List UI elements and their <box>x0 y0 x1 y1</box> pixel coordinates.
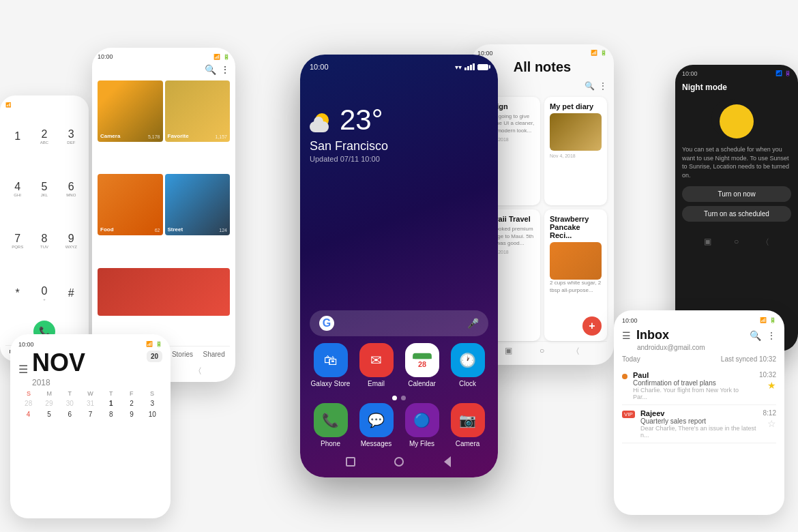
add-note-button[interactable]: + <box>582 316 602 336</box>
dial-key-7[interactable]: 7PQRS <box>5 216 29 266</box>
gallery-cell-food[interactable]: Food 62 <box>98 174 163 235</box>
nm-battery: 🔋 <box>784 70 791 77</box>
dial-key-*[interactable]: * <box>5 269 29 319</box>
dial-key-0[interactable]: 0+ <box>32 269 56 319</box>
note-strawberry-title: Strawberry Pancake Reci... <box>550 215 602 239</box>
search-bar-container: G 🎤 <box>310 310 488 336</box>
tab-shared[interactable]: Shared <box>203 351 225 359</box>
cal-day-28[interactable]: 28 <box>18 398 38 409</box>
center-phone: 10:00 ▾▾ 23° San Francisco Updated 07/11… <box>300 55 498 477</box>
nightmode-phone: 10:00 📶 🔋 Night mode You can set a sched… <box>675 65 798 351</box>
more-icon[interactable]: ⋮ <box>220 64 230 75</box>
google-search-bar[interactable]: G 🎤 <box>310 310 488 336</box>
cal-day-31[interactable]: 31 <box>80 398 100 409</box>
nm-nav-bar: ▣ ○ 〈 <box>682 233 791 250</box>
cal-header: ☰ NOV 2018 20 <box>18 351 162 387</box>
day-header-s1: S <box>18 390 39 397</box>
note-pet-diary[interactable]: My pet diary Nov 4, 2018 <box>544 97 607 205</box>
app-label-3: Clock <box>459 380 476 387</box>
notes-nav-home[interactable]: ○ <box>540 346 544 357</box>
dial-key-4[interactable]: 4GHI <box>5 164 29 214</box>
dot-2 <box>401 396 406 400</box>
note-strawberry[interactable]: Strawberry Pancake Reci... 2 cups white … <box>544 209 607 341</box>
gallery-cell-favorite[interactable]: Favorite 1,157 <box>165 80 231 142</box>
cal-day-5[interactable]: 5 <box>39 409 59 419</box>
email-more-icon[interactable]: ⋮ <box>767 330 776 341</box>
cal-day-8[interactable]: 8 <box>101 409 121 419</box>
app-icon-email[interactable]: ✉Email <box>355 343 397 387</box>
email-signal: 📶 <box>760 317 767 324</box>
email-time-paul: 10:32 <box>759 371 776 379</box>
cal-day-4[interactable]: 4 <box>18 409 38 419</box>
cal-day-30[interactable]: 30 <box>60 398 80 409</box>
app2-icon-0[interactable]: 📞Phone <box>310 403 351 447</box>
gallery-cell-people1[interactable] <box>98 268 230 316</box>
gallery-status-bar: 10:00 📶 🔋 <box>98 53 230 60</box>
app-circle-0: 🛍 <box>314 343 348 377</box>
gallery-battery: 🔋 <box>223 54 230 60</box>
email-content-rajeev: Rajeev Quarterly sales report Dear Charl… <box>640 409 758 439</box>
notes-nav-back[interactable]: 〈 <box>572 346 580 357</box>
app2-label-0: Phone <box>321 440 340 447</box>
app-icon-calendar[interactable]: 28 Calendar <box>401 343 443 387</box>
cal-day-9[interactable]: 9 <box>121 409 141 419</box>
app2-icon-1[interactable]: 💬Messages <box>355 403 397 447</box>
cal-day-2[interactable]: 2 <box>121 398 141 409</box>
app-icon-galaxy-store[interactable]: 🛍Galaxy Store <box>310 343 351 387</box>
email-time: 10:00 <box>622 317 638 324</box>
notes-more-icon[interactable]: ⋮ <box>599 81 607 91</box>
notes-signal: 📶 <box>591 50 597 57</box>
dial-key-9[interactable]: 9WXYZ <box>59 216 83 266</box>
email-from-rajeev: Rajeev <box>640 409 758 417</box>
note-pet-image <box>550 113 602 151</box>
star-rajeev[interactable]: ☆ <box>767 418 776 429</box>
tab-stories[interactable]: Stories <box>172 351 193 359</box>
app2-label-3: Camera <box>456 440 480 447</box>
gallery-cell-street[interactable]: Street 124 <box>165 174 231 235</box>
gallery-time: 10:00 <box>98 53 113 60</box>
notes-battery: 🔋 <box>600 50 607 57</box>
dial-key-2[interactable]: 2ABC <box>32 112 56 162</box>
turn-on-now-button[interactable]: Turn on now <box>682 186 791 202</box>
nav-recent[interactable] <box>343 454 358 469</box>
email-menu-icon[interactable]: ☰ <box>622 330 631 341</box>
cal-day-7[interactable]: 7 <box>80 409 100 419</box>
gallery-grid: Camera 5,178 Favorite 1,157 Food 62 Stre… <box>98 80 230 346</box>
app2-icon-2[interactable]: 🔵My Files <box>401 403 443 447</box>
cal-day-10[interactable]: 10 <box>143 409 162 419</box>
turn-on-scheduled-button[interactable]: Turn on as scheduled <box>682 206 791 222</box>
dial-key-6[interactable]: 6MNO <box>59 164 83 214</box>
email-item-paul[interactable]: Paul Confirmation of travel plans Hi Cha… <box>622 367 776 405</box>
dial-key-3[interactable]: 3DEF <box>59 112 83 162</box>
email-item-rajeev[interactable]: VIP Rajeev Quarterly sales report Dear C… <box>622 405 776 443</box>
battery-icon <box>477 64 488 70</box>
dial-key-5[interactable]: 5JKL <box>32 164 56 214</box>
nm-nav-recent[interactable]: ▣ <box>704 237 711 248</box>
notes-search-icon[interactable]: 🔍 <box>585 81 595 91</box>
nm-nav-back[interactable]: 〈 <box>761 237 769 248</box>
cal-time: 10:00 <box>18 341 34 348</box>
dial-key-#[interactable]: # <box>59 269 83 319</box>
gallery-cell-camera[interactable]: Camera 5,178 <box>98 80 163 142</box>
cal-day-6[interactable]: 6 <box>60 409 80 419</box>
dial-key-8[interactable]: 8TUV <box>32 216 56 266</box>
gallery-nav-back[interactable]: 〈 <box>194 366 202 377</box>
dot-1 <box>392 396 397 400</box>
cal-day-1[interactable]: 1 <box>101 398 121 409</box>
cal-day-3[interactable]: 3 <box>143 398 162 409</box>
nm-nav-home[interactable]: ○ <box>734 237 739 248</box>
email-search-icon[interactable]: 🔍 <box>750 330 761 341</box>
hamburger-icon[interactable]: ☰ <box>18 363 28 376</box>
dialpad-phone: 📶 12ABC3DEF4GHI5JKL6MNO7PQRS8TUV9WXYZ*0+… <box>0 95 89 361</box>
email-toolbar: Today Last synced 10:32 <box>622 355 776 363</box>
app-icon-clock[interactable]: 🕐Clock <box>447 343 488 387</box>
nav-home[interactable] <box>391 454 407 469</box>
notes-nav-recent[interactable]: ▣ <box>505 346 512 357</box>
search-icon[interactable]: 🔍 <box>205 64 216 75</box>
email-header: ☰ Inbox 🔍 ⋮ <box>622 328 776 342</box>
dial-key-1[interactable]: 1 <box>5 112 29 162</box>
cal-day-29[interactable]: 29 <box>39 398 59 409</box>
nav-back[interactable] <box>440 454 455 469</box>
star-paul[interactable]: ★ <box>767 380 776 391</box>
app2-icon-3[interactable]: 📷Camera <box>447 403 488 447</box>
